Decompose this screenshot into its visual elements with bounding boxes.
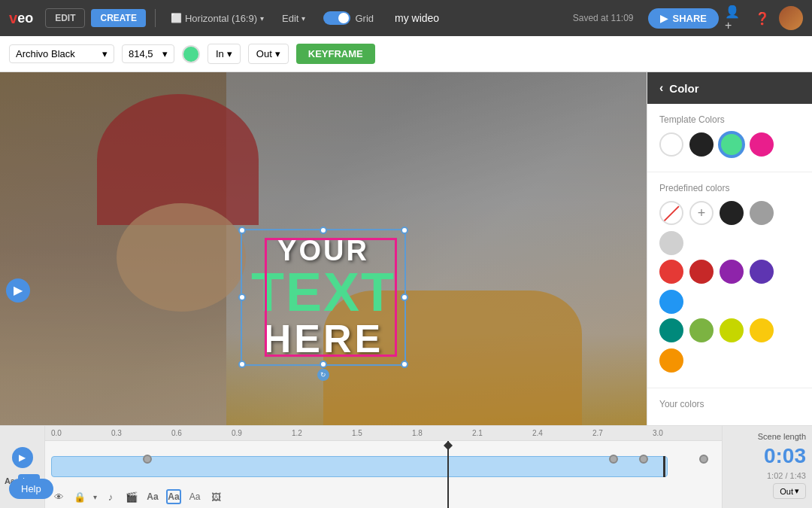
template-colors-label: Template Colors <box>659 114 800 125</box>
predefined-color-gray[interactable] <box>750 201 774 225</box>
logo: veo <box>9 10 33 27</box>
project-title[interactable]: my wideo <box>395 12 439 24</box>
chevron-down-icon: ▾ <box>260 14 264 23</box>
grid-toggle[interactable] <box>323 11 350 25</box>
ruler-mark-9: 2.7 <box>592 429 603 437</box>
timeline-ruler: 0.0 0.3 0.6 0.9 1.2 1.5 1.8 2.1 2.4 2.7 … <box>45 426 722 441</box>
help-button[interactable]: Help <box>9 479 53 499</box>
handle-middle-left[interactable] <box>238 294 246 301</box>
template-color-pink[interactable] <box>750 132 774 157</box>
predefined-color-dark-red[interactable] <box>689 260 714 284</box>
predefined-color-lime[interactable] <box>720 318 744 342</box>
text-color-picker[interactable] <box>182 45 200 63</box>
eye-icon[interactable]: 👁 <box>51 489 66 504</box>
music-icon[interactable]: ♪ <box>103 489 118 504</box>
your-colors-section: Your colors <box>647 388 812 427</box>
text-aa-icon[interactable]: Aa <box>145 489 160 504</box>
keyframe-dot-3[interactable] <box>639 455 648 464</box>
chevron-down-icon: ▾ <box>275 48 280 59</box>
template-colors-row <box>659 132 800 157</box>
template-color-white[interactable] <box>659 132 683 157</box>
predefined-color-light-green[interactable] <box>689 318 714 342</box>
predefined-color-dark-purple[interactable] <box>750 260 774 284</box>
keyframe-button[interactable]: KEYFRAME <box>296 44 375 64</box>
text-element[interactable]: ↻ YOUR TEXT HERE <box>241 229 406 366</box>
scene-length-label: Scene length <box>758 432 806 441</box>
out-animation-button[interactable]: Out ▾ <box>248 44 289 64</box>
predefined-color-light-gray[interactable] <box>659 231 683 255</box>
chevron-down-icon: ▾ <box>795 486 799 496</box>
text-selection-box: ↻ YOUR TEXT HERE <box>241 229 406 366</box>
out-btn-label: Out <box>780 487 793 496</box>
keyframe-dot-2[interactable] <box>609 455 618 464</box>
handle-top-left[interactable] <box>238 227 246 234</box>
canvas-text-text[interactable]: TEXT <box>251 265 395 319</box>
image-icon[interactable]: 🖼 <box>208 489 223 504</box>
in-animation-button[interactable]: In ▾ <box>208 44 241 64</box>
rotate-handle[interactable]: ↻ <box>317 369 329 381</box>
ruler-mark-1: 0.3 <box>111 429 122 437</box>
handle-top-right[interactable] <box>401 227 408 234</box>
predefined-colors-label: Predefined colors <box>659 183 800 193</box>
ruler-mark-4: 1.2 <box>292 429 302 437</box>
handle-bottom-middle[interactable] <box>320 360 327 368</box>
predefined-colors-row-1: + <box>659 201 800 255</box>
your-colors-label: Your colors <box>659 399 800 409</box>
help-icon[interactable]: ❓ <box>752 8 773 29</box>
lock-icon[interactable]: 🔒 <box>72 489 87 504</box>
create-button[interactable]: CREATE <box>91 9 145 27</box>
play-button[interactable]: ▶ <box>6 278 30 303</box>
predefined-color-red[interactable] <box>659 260 683 284</box>
edit-button[interactable]: EDIT <box>45 8 85 28</box>
grid-toggle-area: Grid <box>323 11 374 25</box>
predefined-color-black[interactable] <box>720 201 744 225</box>
predefined-color-purple[interactable] <box>720 260 744 284</box>
color-add-button[interactable]: + <box>689 201 714 225</box>
ruler-mark-10: 3.0 <box>653 429 663 437</box>
handle-bottom-left[interactable] <box>238 360 246 368</box>
edit-menu[interactable]: Edit ▾ <box>276 10 311 27</box>
add-user-icon[interactable]: 👤+ <box>725 8 746 29</box>
predefined-color-orange[interactable] <box>659 348 683 373</box>
keyframe-dot-1[interactable] <box>143 455 152 464</box>
timeline-right: Scene length 0:03 1:02 / 1:43 Out ▾ <box>722 426 812 508</box>
handle-bottom-right[interactable] <box>401 360 408 368</box>
timeline-end-marker[interactable] <box>663 456 665 477</box>
canvas-text-here[interactable]: HERE <box>251 319 395 358</box>
color-transparent[interactable] <box>659 201 683 225</box>
handle-top-middle[interactable] <box>320 227 327 234</box>
aspect-ratio-selector[interactable]: ⬜ Horizontal (16:9) ▾ <box>165 10 270 27</box>
font-size-selector[interactable]: 814,5 ▾ <box>122 44 174 63</box>
grid-label: Grid <box>355 13 374 24</box>
ruler-mark-0: 0.0 <box>51 429 62 437</box>
chevron-down-icon: ▾ <box>102 48 108 59</box>
timeline-main: 0.0 0.3 0.6 0.9 1.2 1.5 1.8 2.1 2.4 2.7 … <box>45 426 722 508</box>
handle-middle-right[interactable] <box>401 294 408 301</box>
aspect-ratio-label: Horizontal (16:9) <box>185 13 257 24</box>
ruler-mark-6: 1.8 <box>412 429 423 437</box>
template-color-black[interactable] <box>689 132 714 157</box>
chevron-down-icon: ▾ <box>227 48 232 59</box>
share-button[interactable]: ▶ SHARE <box>648 8 719 29</box>
out-animation-btn[interactable]: Out ▾ <box>773 483 806 499</box>
text-bold-icon[interactable]: Aa <box>166 489 181 504</box>
nav-divider <box>155 9 156 27</box>
timeline-playhead[interactable] <box>447 441 449 508</box>
timeline-play-button[interactable]: ▶ <box>12 447 33 468</box>
predefined-color-teal[interactable] <box>659 318 683 342</box>
keyframe-dot-4[interactable] <box>699 455 708 464</box>
timeline-track[interactable]: 👁 🔒 ▾ ♪ 🎬 Aa Aa Aa 🖼 <box>45 441 722 508</box>
clapper-icon[interactable]: 🎬 <box>124 489 139 504</box>
predefined-color-yellow[interactable] <box>750 318 774 342</box>
lock-dropdown[interactable]: ▾ <box>93 493 97 501</box>
template-color-green[interactable] <box>720 132 744 157</box>
predefined-color-blue[interactable] <box>659 290 683 314</box>
toolbar: Archivo Black ▾ 814,5 ▾ In ▾ Out ▾ KEYFR… <box>0 36 812 72</box>
panel-back-button[interactable]: ‹ <box>659 81 663 95</box>
text-regular-icon[interactable]: Aa <box>187 489 202 504</box>
avatar[interactable] <box>779 6 803 30</box>
panel-header: ‹ Color <box>647 72 812 104</box>
font-family-selector[interactable]: Archivo Black ▾ <box>9 44 114 63</box>
canvas-text-your[interactable]: YOUR <box>251 236 395 265</box>
scene-info: 1:02 / 1:43 <box>767 471 806 480</box>
